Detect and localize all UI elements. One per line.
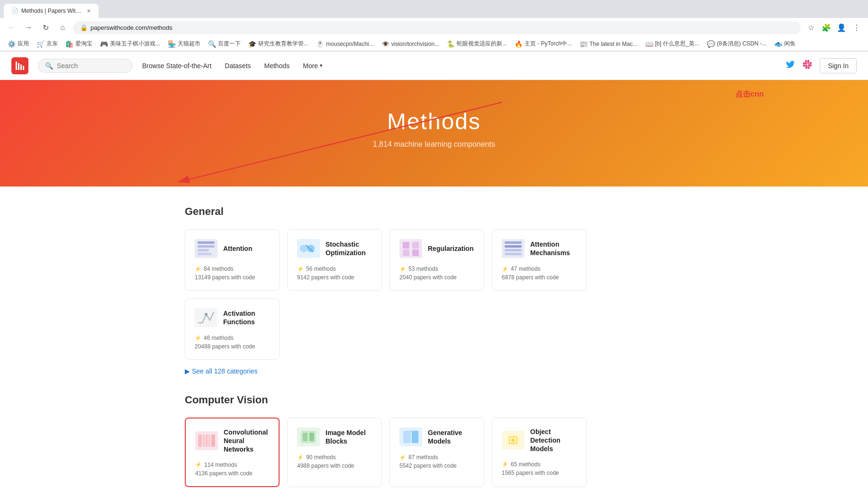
extensions-button[interactable]: 🧩 — [820, 21, 833, 34]
bookmark-pytorch[interactable]: 🔥 主页 - PyTorch中... — [512, 38, 575, 49]
image-model-methods: ⚡ 90 methods — [297, 454, 372, 461]
regularization-meta: ⚡ 53 methods 2040 papers with code — [399, 266, 474, 281]
bookmark-taobao[interactable]: 🛍️ 爱淘宝 — [63, 38, 95, 49]
stochastic-title: Stochastic Optimization — [326, 240, 372, 257]
card-object-detection[interactable]: Object Detection Models ⚡ 65 methods 156… — [492, 418, 587, 487]
bookmark-apps[interactable]: ⚙️ 应用 — [5, 38, 32, 49]
slack-icon[interactable] — [803, 60, 812, 71]
logo-icon — [11, 57, 28, 74]
bookmark-mac[interactable]: 📰 The latest in Mac... — [577, 39, 640, 49]
svg-rect-18 — [505, 249, 522, 251]
svg-rect-23 — [206, 435, 208, 447]
svg-rect-1 — [18, 63, 19, 70]
star-button[interactable]: ☆ — [805, 21, 818, 34]
nav-methods[interactable]: Methods — [264, 62, 290, 70]
cnn-methods: ⚡ 114 methods — [195, 462, 269, 468]
snake-icon: 🐍 — [447, 40, 455, 48]
methods-icon: ⚡ — [195, 335, 201, 341]
book-icon: 📖 — [645, 40, 653, 48]
card-regularization[interactable]: Regularization ⚡ 53 methods 2040 papers … — [389, 229, 484, 291]
nav-datasets[interactable]: Datasets — [225, 62, 251, 70]
activation-papers: 20488 papers with code — [195, 343, 270, 350]
bookmark-vision[interactable]: 👁️ vision/torchvision... — [379, 39, 442, 49]
reload-button[interactable]: ↻ — [39, 21, 52, 34]
nav-bar: ← → ↻ ⌂ 🔒 paperswithcode.com/methods ☆ 🧩… — [0, 18, 868, 37]
card-icon-area: Activation Functions — [195, 308, 270, 327]
svg-rect-14 — [403, 249, 409, 256]
active-tab[interactable]: 📄 Methods | Papers With Code ✕ — [4, 4, 99, 18]
edu-icon: 🎓 — [248, 40, 256, 48]
card-icon-area: Regularization — [399, 239, 474, 258]
card-image-model[interactable]: Image Model Blocks ⚡ 90 methods 4988 pap… — [287, 418, 382, 487]
attention-mech-icon — [502, 239, 524, 258]
methods-icon: ⚡ — [399, 266, 406, 272]
general-section: General Attention ⚡ — [185, 205, 683, 375]
home-button[interactable]: ⌂ — [56, 21, 69, 34]
mac-icon: 📰 — [579, 40, 588, 48]
back-button[interactable]: ← — [5, 21, 18, 34]
image-model-papers: 4988 papers with code — [297, 462, 372, 469]
main-content: General Attention ⚡ — [173, 187, 695, 489]
methods-icon: ⚡ — [297, 454, 304, 461]
svg-rect-6 — [198, 241, 215, 244]
address-bar[interactable]: 🔒 paperswithcode.com/methods — [73, 21, 801, 34]
site-logo[interactable] — [11, 57, 28, 74]
mouse-icon: 🖱️ — [316, 40, 324, 48]
svg-rect-25 — [211, 435, 215, 447]
sign-in-button[interactable]: Sign In — [820, 58, 857, 73]
search-bar[interactable]: 🔍 — [38, 59, 133, 73]
svg-rect-21 — [198, 435, 202, 447]
card-cnn[interactable]: Convolutional Neural Networks ⚡ 114 meth… — [185, 418, 280, 487]
bookmark-game[interactable]: 🎮 美味五子棋小游戏... — [97, 38, 163, 49]
card-attention-mechanisms[interactable]: Attention Mechanisms ⚡ 47 methods 6878 p… — [492, 229, 587, 291]
cnn-icon — [195, 431, 218, 450]
card-activation[interactable]: Activation Functions ⚡ 46 methods 20488 … — [185, 298, 280, 360]
search-icon: 🔍 — [45, 62, 53, 70]
attention-mech-meta: ⚡ 47 methods 6878 papers with code — [502, 266, 577, 281]
forward-button[interactable]: → — [22, 21, 35, 34]
object-detection-papers: 1565 papers with code — [502, 470, 577, 476]
card-generative[interactable]: Generative Models ⚡ 87 methods 5542 pape… — [389, 418, 484, 487]
profile-button[interactable]: 👤 — [835, 21, 848, 34]
nav-more[interactable]: More ▾ — [303, 62, 323, 70]
attention-title: Attention — [223, 244, 252, 253]
card-stochastic[interactable]: Stochastic Optimization ⚡ 56 methods 914… — [287, 229, 382, 291]
search-input[interactable] — [57, 62, 126, 70]
bookmark-mouse[interactable]: 🖱️ mousecpn/Machi... — [313, 39, 377, 49]
main-nav: Browse State-of-the-Art Datasets Methods… — [142, 62, 786, 70]
card-icon-area: Stochastic Optimization — [297, 239, 372, 258]
bookmark-snake[interactable]: 🐍 蛇眼视觉适应的新... — [444, 38, 510, 49]
annotation-label: 点击cnn — [735, 89, 764, 99]
activation-methods: ⚡ 46 methods — [195, 335, 270, 341]
bookmark-xianyu[interactable]: 🐟 闲鱼 — [771, 38, 798, 49]
methods-icon: ⚡ — [195, 462, 202, 468]
nav-browse[interactable]: Browse State-of-the-Art — [142, 62, 211, 70]
tab-bar: 📄 Methods | Papers With Code ✕ — [0, 0, 868, 18]
generative-icon — [399, 427, 422, 446]
hero-subtitle: 1,814 machine learning components — [11, 140, 857, 149]
card-icon-area: Attention Mechanisms — [502, 239, 577, 258]
bookmark-tmall[interactable]: 🏪 天猫超市 — [165, 38, 203, 49]
activation-icon — [195, 308, 217, 327]
generative-papers: 5542 papers with code — [399, 462, 474, 469]
bookmark-csdn[interactable]: 💬 (8条消息) CSDN -... — [704, 38, 769, 49]
menu-button[interactable]: ⋮ — [850, 21, 863, 34]
see-all-general[interactable]: ▶ See all 128 categories — [185, 367, 683, 375]
svg-rect-16 — [505, 241, 522, 244]
twitter-icon[interactable] — [786, 60, 795, 71]
bookmark-edu[interactable]: 🎓 研究生教育教学管... — [245, 38, 311, 49]
svg-rect-27 — [303, 433, 307, 441]
generative-meta: ⚡ 87 methods 5542 papers with code — [399, 454, 474, 469]
attention-mech-papers: 6878 papers with code — [502, 274, 577, 281]
bookmark-jd[interactable]: 🛒 京东 — [34, 38, 61, 49]
bookmark-baidu[interactable]: 🔍 百度一下 — [205, 38, 244, 49]
cnn-meta: ⚡ 114 methods 4136 papers with code — [195, 462, 269, 477]
attention-mech-title: Attention Mechanisms — [530, 240, 577, 257]
attention-icon — [195, 239, 217, 258]
attention-mech-methods: ⚡ 47 methods — [502, 266, 577, 272]
attention-meta: ⚡ 84 methods 13149 papers with code — [195, 266, 270, 281]
card-attention[interactable]: Attention ⚡ 84 methods 13149 papers with… — [185, 229, 280, 291]
image-model-title: Image Model Blocks — [326, 428, 372, 445]
cnn-title: Convolutional Neural Networks — [224, 428, 269, 454]
bookmark-meaning[interactable]: 📖 [b] 什么意思_英... — [642, 38, 702, 49]
